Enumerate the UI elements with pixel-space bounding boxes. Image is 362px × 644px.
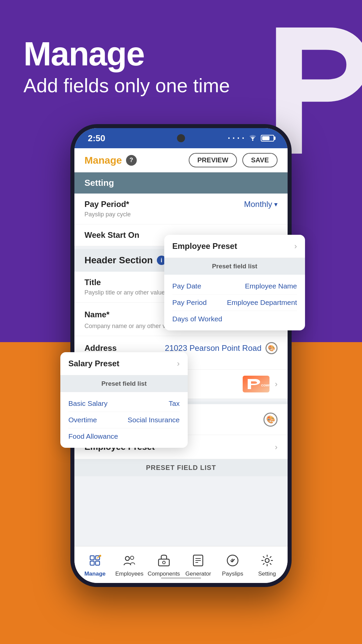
- salary-popup-chevron[interactable]: ›: [177, 359, 180, 368]
- tab-generator[interactable]: Generator: [181, 552, 216, 577]
- salary-popup-list-header: Preset field list: [60, 375, 188, 392]
- svg-rect-5: [90, 561, 94, 565]
- header-section-title: Header Section: [84, 255, 153, 266]
- main-subtitle: Add fields only one time: [23, 74, 230, 97]
- tab-manage-icon: [87, 552, 103, 569]
- salary-field-row-3: Food Allowance: [68, 428, 180, 444]
- status-icons: • • • •: [228, 134, 274, 143]
- header-actions: PREVIEW SAVE: [189, 153, 278, 167]
- main-title: Manage: [23, 37, 230, 70]
- app-title-area: Manage ?: [84, 155, 137, 166]
- salary-field-tax: Tax: [169, 399, 180, 408]
- svg-rect-3: [90, 556, 94, 560]
- app-title: Manage: [84, 155, 122, 166]
- wifi-icon: [248, 134, 257, 143]
- name-label: Name*: [84, 310, 110, 319]
- pay-period-inline: Pay Period* Monthly ▾: [84, 200, 278, 209]
- pay-period-label: Pay Period*: [84, 200, 129, 209]
- employee-field-row-2: Pay Period Employee Department: [172, 294, 297, 311]
- employee-preset-chevron: ›: [275, 442, 278, 452]
- tab-employees-icon: [121, 552, 137, 569]
- svg-point-18: [265, 558, 269, 562]
- tab-manage[interactable]: Manage: [78, 552, 112, 577]
- salary-field-row-2: Overtime Social Insurance: [68, 412, 180, 428]
- pay-period-row: Pay Period* Monthly ▾ Payslip pay cycle: [74, 194, 288, 224]
- employee-popup-fields: Pay Date Employee Name Pay Period Employ…: [164, 275, 305, 330]
- address-palette-icon[interactable]: 🎨: [265, 342, 278, 354]
- tab-generator-label: Generator: [185, 571, 211, 577]
- tab-employees-label: Employees: [115, 571, 143, 577]
- tab-employees[interactable]: Employees: [112, 552, 147, 577]
- employee-field-department: Employee Department: [227, 299, 297, 307]
- salary-field-row-1: Basic Salary Tax: [68, 395, 180, 412]
- svg-text:COMPANY: COMPANY: [261, 384, 269, 387]
- salary-popup-title: Salary Preset: [68, 359, 119, 368]
- salary-preset-popup: Salary Preset › Preset field list Basic …: [60, 352, 188, 448]
- preview-button[interactable]: PREVIEW: [189, 153, 237, 167]
- tab-setting-icon: [259, 552, 275, 569]
- svg-point-0: [252, 140, 253, 141]
- phone-device: Salary Preset › Preset field list Basic …: [70, 124, 292, 587]
- info-style-palette-icon[interactable]: 🎨: [263, 413, 278, 427]
- svg-point-9: [130, 556, 134, 559]
- svg-point-8: [125, 556, 129, 560]
- pay-period-hint: Payslip pay cycle: [84, 211, 278, 218]
- preset-list-partial: PRESET FIELD LIST: [74, 459, 288, 476]
- help-button[interactable]: ?: [126, 155, 137, 166]
- pay-period-dropdown-icon: ▾: [274, 200, 278, 208]
- salary-field-food-allowance: Food Allowance: [68, 432, 118, 440]
- employee-preset-popup: Employee Preset › Preset field list Pay …: [164, 235, 305, 330]
- employee-field-pay-date: Pay Date: [172, 282, 201, 290]
- tab-payslips-icon: $: [225, 552, 241, 569]
- pay-period-value-area[interactable]: Monthly ▾: [244, 200, 278, 209]
- status-time: 2:50: [88, 133, 105, 144]
- front-camera: [177, 134, 185, 142]
- tab-generator-icon: [190, 552, 206, 569]
- company-logo[interactable]: COMPANY: [243, 376, 269, 392]
- page-header: Manage Add fields only one time: [23, 37, 230, 97]
- employee-field-employee-name: Employee Name: [245, 282, 297, 290]
- tab-setting[interactable]: Setting: [250, 552, 284, 577]
- tab-components-icon: [156, 552, 172, 569]
- app-header: Manage ? PREVIEW SAVE: [74, 148, 288, 172]
- salary-field-overtime: Overtime: [68, 416, 97, 424]
- address-value[interactable]: 21023 Pearson Point Road: [165, 343, 261, 353]
- address-label: Address: [84, 343, 117, 353]
- logo-area: COMPANY ›: [243, 376, 278, 392]
- status-bar: 2:50 • • • •: [74, 128, 288, 148]
- employee-popup-header: Employee Preset ›: [164, 235, 305, 258]
- salary-popup-fields: Basic Salary Tax Overtime Social Insuran…: [60, 392, 188, 448]
- svg-text:$: $: [231, 558, 234, 563]
- employee-field-row-3: Days of Worked: [172, 311, 297, 327]
- home-indicator: [161, 577, 201, 579]
- employee-popup-chevron[interactable]: ›: [294, 241, 297, 251]
- pay-period-value: Monthly: [244, 200, 272, 209]
- salary-field-social-insurance: Social Insurance: [128, 416, 180, 424]
- svg-rect-10: [159, 559, 169, 566]
- logo-chevron[interactable]: ›: [275, 379, 278, 389]
- battery-icon: [261, 135, 274, 142]
- tab-setting-label: Setting: [258, 571, 276, 577]
- svg-rect-6: [96, 561, 100, 565]
- employee-popup-list-header: Preset field list: [164, 258, 305, 275]
- title-label: Title: [84, 278, 101, 287]
- signal-icon: • • • •: [228, 135, 245, 141]
- salary-field-basic-salary: Basic Salary: [68, 399, 108, 408]
- tab-components-label: Components: [147, 571, 180, 577]
- week-start-label: Week Start On: [84, 230, 139, 240]
- employee-field-pay-period: Pay Period: [172, 299, 207, 307]
- svg-point-11: [163, 561, 165, 564]
- salary-popup-header: Salary Preset ›: [60, 352, 188, 375]
- tab-components[interactable]: Components: [146, 552, 181, 577]
- employee-popup-title: Employee Preset: [172, 241, 237, 251]
- save-button[interactable]: SAVE: [242, 153, 278, 167]
- tab-payslips-label: Payslips: [222, 571, 243, 577]
- tab-manage-label: Manage: [84, 571, 106, 577]
- setting-section-header: Setting: [74, 172, 288, 194]
- employee-field-row-1: Pay Date Employee Name: [172, 278, 297, 294]
- svg-point-7: [99, 555, 101, 557]
- tab-payslips[interactable]: $ Payslips: [216, 552, 250, 577]
- employee-field-days-worked: Days of Worked: [172, 315, 222, 323]
